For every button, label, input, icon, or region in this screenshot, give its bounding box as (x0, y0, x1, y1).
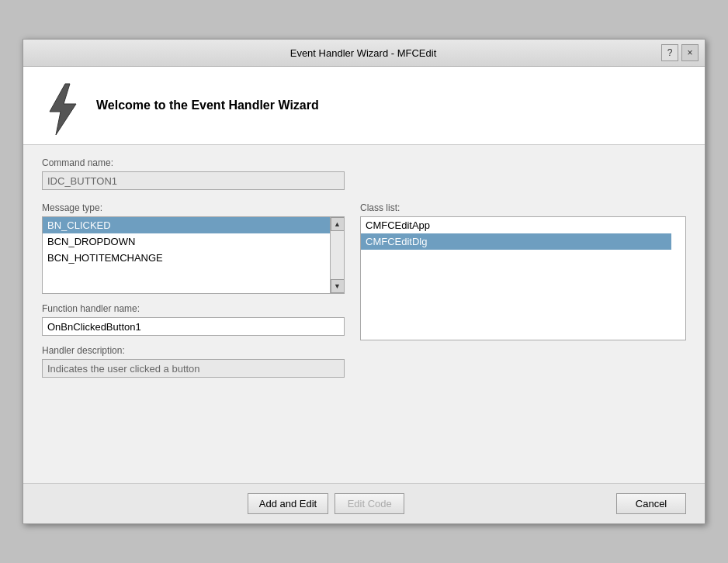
function-handler-input[interactable] (42, 317, 345, 336)
scroll-down-arrow[interactable]: ▼ (331, 279, 345, 293)
message-type-listbox[interactable]: BN_CLICKED BCN_DROPDOWN BCN_HOTITEMCHANG… (43, 217, 330, 293)
header-title: Welcome to the Event Handler Wizard (96, 98, 319, 112)
svg-marker-0 (50, 84, 76, 135)
class-list-container: CMFCEditApp CMFCEditDlg (360, 216, 686, 340)
list-item[interactable]: BCN_DROPDOWN (43, 233, 330, 250)
class-listbox[interactable]: CMFCEditApp CMFCEditDlg (361, 217, 671, 340)
list-item[interactable]: BN_CLICKED (43, 217, 330, 233)
two-column-layout: Message type: BN_CLICKED BCN_DROPDOWN BC… (42, 202, 686, 378)
empty-space (23, 390, 705, 483)
add-edit-button[interactable]: Add and Edit (248, 493, 328, 514)
scroll-track (331, 231, 344, 279)
message-type-listbox-container: BN_CLICKED BCN_DROPDOWN BCN_HOTITEMCHANG… (42, 216, 345, 294)
lightning-icon (42, 82, 81, 129)
list-item[interactable]: CMFCEditDlg (361, 233, 671, 250)
edit-code-button[interactable]: Edit Code (335, 493, 404, 514)
title-bar-controls: ? × (661, 44, 699, 61)
message-type-scrollbar: ▲ ▼ (330, 217, 344, 293)
close-button[interactable]: × (681, 44, 699, 61)
function-handler-section: Function handler name: Handler descripti… (42, 303, 345, 378)
content-section: Command name: Message type: BN_CLICKED B… (23, 145, 705, 390)
command-name-label: Command name: (42, 157, 686, 168)
footer-section: Add and Edit Edit Code Cancel (23, 483, 705, 523)
cancel-button[interactable]: Cancel (616, 493, 686, 514)
right-column: Class list: CMFCEditApp CMFCEditDlg (360, 202, 686, 378)
title-bar: Event Handler Wizard - MFCEdit ? × (23, 40, 705, 67)
scroll-up-arrow[interactable]: ▲ (331, 217, 345, 231)
title-bar-text: Event Handler Wizard - MFCEdit (65, 47, 661, 59)
dialog-window: Event Handler Wizard - MFCEdit ? × Welco… (23, 39, 705, 524)
header-section: Welcome to the Event Handler Wizard (23, 67, 705, 145)
handler-desc-input (42, 359, 345, 378)
list-item[interactable]: BCN_HOTITEMCHANGE (43, 250, 330, 266)
left-column: Message type: BN_CLICKED BCN_DROPDOWN BC… (42, 202, 345, 378)
list-item[interactable]: CMFCEditApp (361, 217, 671, 233)
message-type-label: Message type: (42, 202, 345, 213)
class-list-label: Class list: (360, 202, 686, 213)
handler-desc-label: Handler description: (42, 345, 345, 356)
function-handler-label: Function handler name: (42, 303, 345, 314)
help-button[interactable]: ? (661, 44, 678, 61)
command-name-input (42, 171, 345, 190)
